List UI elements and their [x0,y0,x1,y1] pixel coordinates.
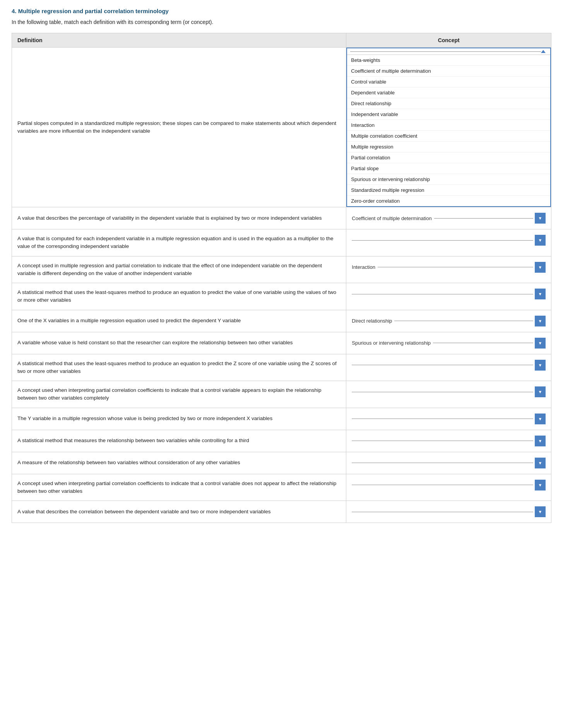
dropdown-toggle-button[interactable] [535,506,546,517]
concept-cell[interactable] [346,430,551,452]
dropdown-option[interactable]: Coefficient of multiple determination [347,66,550,77]
table-row: The Y variable in a multiple regression … [12,408,551,430]
dropdown-line [352,240,533,241]
dropdown-wrapper: Direct relationship [352,316,546,326]
concept-cell[interactable]: Beta-weightsCoefficient of multiple dete… [346,48,551,207]
dropdown-toggle-button[interactable] [535,458,546,468]
selected-value: Coefficient of multiple determination [352,215,431,221]
definition-cell: A value that describes the correlation b… [12,501,346,523]
concept-cell[interactable] [346,381,551,408]
concept-cell[interactable] [346,354,551,381]
definition-cell: The Y variable in a multiple regression … [12,408,346,430]
selected-value: Spurious or intervening relationship [352,340,431,346]
table-row: A concept used in multiple regression an… [12,256,551,283]
col-header-concept: Concept [346,33,551,48]
concept-cell[interactable]: Coefficient of multiple determination [346,207,551,229]
dropdown-option[interactable]: Direct relationship [347,98,550,109]
dropdown-line [433,343,533,343]
dropdown-header[interactable] [347,48,550,55]
definition-cell: A value that is computed for each indepe… [12,229,346,256]
table-row: Partial slopes computed in a standardize… [12,48,551,207]
definition-cell: A statistical method that uses the least… [12,354,346,381]
concept-cell[interactable] [346,283,551,310]
concept-cell[interactable] [346,501,551,523]
dropdown-toggle-button[interactable] [535,235,546,246]
definition-cell: A value that describes the percentage of… [12,207,346,229]
col-header-definition: Definition [12,33,346,48]
dropdown-wrapper [352,414,546,424]
dropdown-option[interactable]: Multiple regression [347,142,550,152]
dropdown-toggle-button[interactable] [535,262,546,273]
dropdown-option[interactable]: Multiple correlation coefficient [347,131,550,142]
dropdown-wrapper [352,235,546,246]
table-row: A statistical method that uses the least… [12,283,551,310]
concept-cell[interactable] [346,408,551,430]
dropdown-wrapper [352,289,546,299]
concept-cell[interactable]: Direct relationship [346,310,551,332]
dropdown-line [434,218,533,219]
table-row: A measure of the relationship between tw… [12,452,551,474]
dropdown-line [378,267,533,267]
dropdown-wrapper [352,436,546,446]
open-dropdown[interactable]: Beta-weightsCoefficient of multiple dete… [346,48,551,207]
table-row: A variable whose value is held constant … [12,332,551,354]
table-row: A statistical method that measures the r… [12,430,551,452]
definition-cell: A concept used in multiple regression an… [12,256,346,283]
dropdown-toggle-button[interactable] [535,414,546,424]
definition-cell: A statistical method that measures the r… [12,430,346,452]
dropdown-option[interactable]: Interaction [347,120,550,131]
dropdown-toggle-button[interactable] [535,316,546,326]
dropdown-option[interactable]: Control variable [347,77,550,87]
definition-cell: A measure of the relationship between tw… [12,452,346,474]
dropdown-option[interactable]: Independent variable [347,109,550,120]
dropdown-line [352,392,533,392]
dropdown-toggle-button[interactable] [535,386,546,397]
dropdown-option[interactable]: Partial slope [347,163,550,174]
concept-cell[interactable] [346,474,551,501]
concept-cell[interactable] [346,452,551,474]
dropdown-option[interactable]: Standardized multiple regression [347,185,550,196]
table-row: One of the X variables in a multiple reg… [12,310,551,332]
dropdown-toggle-button[interactable] [535,289,546,299]
concept-cell[interactable]: Interaction [346,256,551,283]
definition-cell: A concept used when interpreting partial… [12,381,346,408]
dropdown-option[interactable]: Beta-weights [347,55,550,66]
concept-cell[interactable] [346,229,551,256]
dropdown-option[interactable]: Partial correlation [347,152,550,163]
dropdown-line [352,463,533,463]
dropdown-wrapper: Coefficient of multiple determination [352,213,546,224]
dropdown-toggle-button[interactable] [535,338,546,349]
selected-value: Interaction [352,264,375,270]
table-row: A concept used when interpreting partial… [12,381,551,408]
dropdown-wrapper [352,458,546,468]
dropdown-line [352,512,533,512]
matching-table: Definition Concept Partial slopes comput… [12,33,551,523]
definition-cell: A variable whose value is held constant … [12,332,346,354]
dropdown-wrapper [352,360,546,371]
dropdown-toggle-button[interactable] [535,360,546,371]
dropdown-up-arrow-icon[interactable] [541,50,546,53]
dropdown-toggle-button[interactable] [535,213,546,224]
dropdown-wrapper: Spurious or intervening relationship [352,338,546,349]
dropdown-wrapper [352,386,546,397]
dropdown-line [352,485,533,485]
dropdown-option[interactable]: Zero-order correlation [347,196,550,206]
table-row: A statistical method that uses the least… [12,354,551,381]
definition-cell: A statistical method that uses the least… [12,283,346,310]
dropdown-wrapper [352,480,546,490]
table-row: A value that describes the percentage of… [12,207,551,229]
dropdown-toggle-button[interactable] [535,480,546,490]
dropdown-wrapper [352,506,546,517]
concept-cell[interactable]: Spurious or intervening relationship [346,332,551,354]
table-row: A value that describes the correlation b… [12,501,551,523]
dropdown-wrapper: Interaction [352,262,546,273]
dropdown-line [352,441,533,441]
dropdown-option[interactable]: Spurious or intervening relationship [347,174,550,185]
dropdown-line [352,419,533,419]
instructions: In the following table, match each defin… [12,19,551,25]
selected-value: Direct relationship [352,318,392,324]
table-row: A concept used when interpreting partial… [12,474,551,501]
dropdown-option[interactable]: Dependent variable [347,87,550,98]
dropdown-toggle-button[interactable] [535,436,546,446]
section-title: 4. Multiple regression and partial corre… [12,8,551,14]
